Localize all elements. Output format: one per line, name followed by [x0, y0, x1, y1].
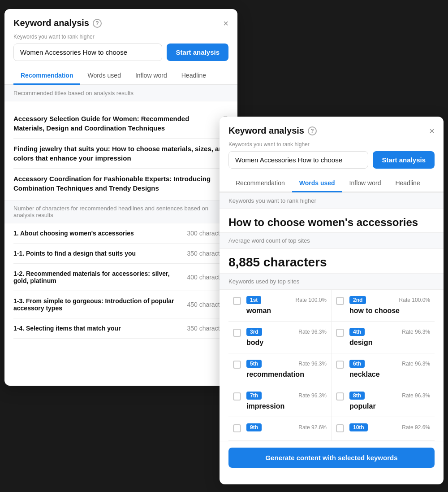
kw-word-6: necklace	[349, 370, 430, 379]
char-item-4: 1-3. From simple to gorgeous: Introducti…	[13, 291, 228, 318]
tab-inflow-word-left[interactable]: Inflow word	[128, 68, 174, 85]
char-label-1: 1. About choosing women's accessories	[13, 230, 134, 237]
tab-recommendation-right[interactable]: Recommendation	[228, 176, 292, 192]
kw-rank-3: 3rd	[246, 328, 262, 336]
char-label-2: 1-1. Points to find a design that suits …	[13, 250, 136, 257]
tab-words-used-left[interactable]: Words used	[80, 68, 128, 85]
kw-rate-9: Rate 92.6%	[298, 424, 327, 431]
kw-rank-8: 8th	[349, 392, 365, 400]
left-search-row: Start analysis	[4, 44, 237, 68]
kw-checkbox-2[interactable]	[336, 297, 344, 305]
left-help-icon[interactable]: ?	[93, 19, 102, 28]
kw-rank-row-8: 8th Rate 96.3%	[349, 392, 430, 400]
kw-checkbox-1[interactable]	[233, 297, 241, 305]
kw-rank-10: 10th	[349, 423, 368, 431]
kw-rate-2: Rate 100.0%	[399, 297, 430, 303]
char-item-3: 1-2. Recommended materials for accessori…	[13, 264, 228, 291]
kw-card-5: 5th Rate 96.3% recommendation	[228, 353, 332, 385]
kw-rank-row-2: 2nd Rate 100.0%	[349, 296, 430, 304]
left-title-text: Keyword analysis	[13, 18, 89, 28]
kw-info-3: 3rd Rate 96.3% body	[246, 328, 327, 347]
right-generate-bar: Generate content with selected keywords	[220, 441, 444, 474]
kw-rank-7: 7th	[246, 392, 262, 400]
right-words-title: How to choose women's accessories	[220, 209, 444, 232]
kw-checkbox-8[interactable]	[336, 392, 344, 401]
kw-word-8: popular	[349, 402, 430, 410]
kw-rank-row-9: 9th Rate 92.6%	[246, 423, 327, 431]
kw-info-6: 6th Rate 96.3% necklace	[349, 360, 430, 379]
kw-rank-1: 1st	[246, 296, 261, 304]
kw-rank-row-4: 4th Rate 96.3%	[349, 328, 430, 336]
kw-word-5: recommendation	[246, 370, 327, 379]
right-keyword-label: Keywords you want to rank higher	[220, 141, 444, 151]
left-char-list: 1. About choosing women's accessories 30…	[4, 223, 237, 339]
kw-rank-row-5: 5th Rate 96.3%	[246, 360, 327, 368]
tab-headline-left[interactable]: Headline	[174, 68, 213, 85]
kw-card-7: 7th Rate 96.3% impression	[228, 385, 332, 417]
right-panel: Keyword analysis ? × Keywords you want t…	[220, 117, 444, 484]
tab-headline-right[interactable]: Headline	[388, 176, 427, 192]
kw-rank-5: 5th	[246, 360, 262, 368]
left-panel: Keyword analysis ? × Keywords you want t…	[4, 9, 237, 386]
right-search-row: Start analysis	[220, 151, 444, 176]
tab-recommendation-left[interactable]: Recommendation	[13, 68, 80, 85]
right-panel-header: Keyword analysis ? ×	[220, 117, 444, 141]
rec-title-1: Accessory Selection Guide for Women: Rec…	[13, 114, 220, 133]
kw-rank-row-10: 10th Rate 92.6%	[349, 423, 430, 431]
chars-section-text: Number of characters for recommended hea…	[13, 205, 208, 218]
kw-card-8: 8th Rate 96.3% popular	[332, 385, 435, 417]
right-kw-section-note: Keywords you want to rank higher	[220, 192, 444, 209]
kw-rate-5: Rate 96.3%	[298, 361, 327, 367]
right-avg-section-note: Average word count of top sites	[220, 232, 444, 249]
tab-inflow-word-right[interactable]: Inflow word	[342, 176, 388, 192]
kw-rank-row-7: 7th Rate 96.3%	[246, 392, 327, 400]
left-recommendation-note: Recommended titles based on analysis res…	[4, 85, 237, 101]
kw-checkbox-7[interactable]	[233, 392, 241, 401]
kw-rank-6: 6th	[349, 360, 365, 368]
rec-title-3: Accessory Coordination for Fashionable E…	[13, 174, 228, 193]
kw-card-9: 9th Rate 92.6%	[228, 417, 332, 441]
left-panel-header: Keyword analysis ? ×	[4, 9, 237, 34]
kw-info-10: 10th Rate 92.6%	[349, 423, 430, 434]
tab-words-used-right[interactable]: Words used	[292, 176, 342, 192]
kw-rank-9: 9th	[246, 423, 262, 431]
kw-checkbox-4[interactable]	[336, 329, 344, 337]
generate-content-button[interactable]: Generate content with selected keywords	[228, 448, 435, 468]
kw-rate-3: Rate 96.3%	[298, 329, 327, 335]
kw-rate-4: Rate 96.3%	[402, 329, 430, 335]
kw-rate-1: Rate 100.0%	[296, 297, 327, 303]
rec-title-2: Finding jewelry that suits you: How to c…	[13, 144, 228, 163]
left-start-analysis-button[interactable]: Start analysis	[167, 44, 228, 61]
kw-rank-2: 2nd	[349, 296, 366, 304]
kw-rate-8: Rate 96.3%	[402, 392, 430, 399]
kw-checkbox-5[interactable]	[233, 361, 241, 369]
right-title-text: Keyword analysis	[228, 126, 304, 136]
kw-card-6: 6th Rate 96.3% necklace	[332, 353, 435, 385]
right-help-icon[interactable]: ?	[308, 126, 317, 135]
char-item-1: 1. About choosing women's accessories 30…	[13, 223, 228, 244]
right-tabs: Recommendation Words used Inflow word He…	[220, 176, 444, 192]
rec-item-1: Accessory Selection Guide for Women: Rec…	[13, 109, 228, 139]
right-close-button[interactable]: ×	[429, 126, 435, 135]
kw-checkbox-9[interactable]	[233, 424, 241, 432]
kw-card-1: 1st Rate 100.0% woman	[228, 290, 332, 322]
kw-info-8: 8th Rate 96.3% popular	[349, 392, 430, 410]
kw-word-3: body	[246, 339, 327, 347]
kw-card-4: 4th Rate 96.3% design	[332, 322, 435, 353]
char-item-2: 1-1. Points to find a design that suits …	[13, 244, 228, 264]
left-search-input[interactable]	[13, 44, 162, 61]
char-label-3: 1-2. Recommended materials for accessori…	[13, 270, 180, 284]
char-item-5: 1-4. Selecting items that match your 350…	[13, 318, 228, 339]
kw-checkbox-10[interactable]	[336, 424, 344, 432]
kw-rank-row-3: 3rd Rate 96.3%	[246, 328, 327, 336]
left-close-button[interactable]: ×	[223, 19, 228, 28]
kw-info-1: 1st Rate 100.0% woman	[246, 296, 327, 315]
right-start-analysis-button[interactable]: Start analysis	[373, 151, 435, 169]
right-search-input[interactable]	[228, 151, 368, 169]
kw-checkbox-6[interactable]	[336, 361, 344, 369]
left-recommendation-list: Accessory Selection Guide for Women: Rec…	[4, 101, 237, 198]
kw-checkbox-3[interactable]	[233, 329, 241, 337]
right-panel-title: Keyword analysis ?	[228, 126, 317, 136]
kw-rank-row-6: 6th Rate 96.3%	[349, 360, 430, 368]
char-label-4: 1-3. From simple to gorgeous: Introducti…	[13, 297, 180, 312]
